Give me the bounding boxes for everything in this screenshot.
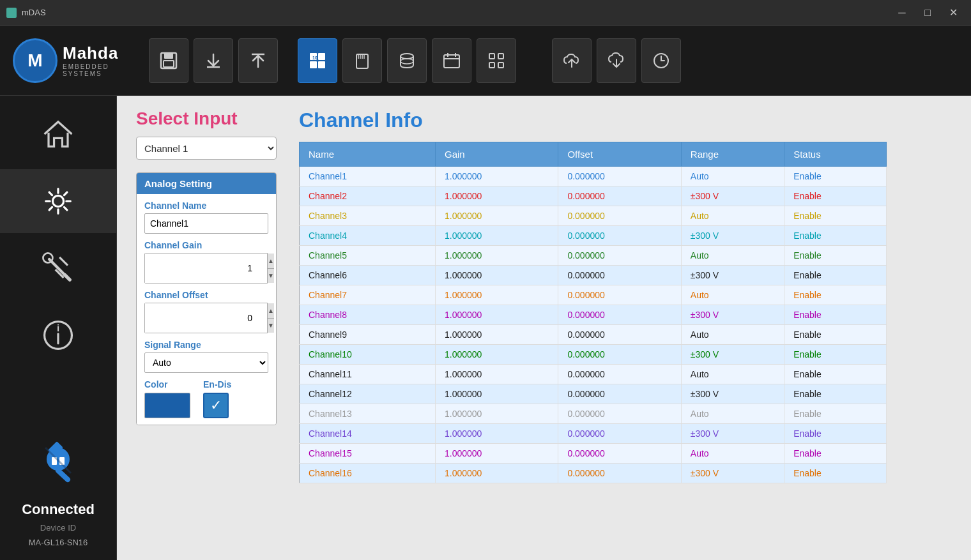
svg-rect-7 [318,53,325,60]
offset-up-button[interactable]: ▲ [268,303,274,319]
table-cell: 0.000000 [558,345,681,365]
table-cell: Channel6 [300,266,436,285]
channel-offset-input[interactable] [145,303,267,333]
sidebar-item-home[interactable] [0,102,116,166]
endis-section: En-Dis ✓ [203,379,231,418]
svg-rect-18 [444,55,459,68]
toolbar-history-button[interactable] [641,38,681,83]
endis-checkbox[interactable]: ✓ [203,393,229,418]
table-row[interactable]: Channel31.0000000.000000AutoEnable [300,206,887,226]
toolbar-download-button[interactable] [194,38,233,83]
table-cell: 0.000000 [558,464,681,483]
toolbar-calendar-button[interactable] [432,38,471,83]
toolbar-cloud-download-button[interactable] [597,38,636,83]
table-cell: Enable [784,345,887,365]
table-cell: 0.000000 [558,246,681,266]
table-row[interactable]: Channel81.0000000.000000±300 VEnable [300,305,887,325]
table-cell: Auto [681,206,784,226]
table-row[interactable]: Channel91.0000000.000000AutoEnable [300,325,887,345]
table-cell: Auto [681,246,784,266]
content-area: Select Input Channel 1Channel 2Channel 3… [117,96,971,560]
connection-area: Connected Device ID MA-GL16-SN16 [15,422,101,560]
logo-area: M Mahda EMBEDDED SYSTEMS [6,32,144,89]
svg-rect-24 [489,63,494,68]
table-row[interactable]: Channel11.0000000.000000AutoEnable [300,167,887,186]
table-cell: ±300 V [681,424,784,444]
table-cell: Auto [681,325,784,345]
table-cell: Enable [784,167,887,186]
svg-rect-8 [310,61,317,68]
table-cell: Channel16 [300,464,436,483]
col-header-range: Range [681,142,784,167]
minimize-button[interactable]: ─ [891,3,914,22]
table-cell: 1.000000 [435,305,558,325]
svg-point-16 [401,54,413,59]
channel-info-title: Channel Info [299,109,952,132]
channel-gain-input[interactable] [145,254,267,283]
table-row[interactable]: Channel41.0000000.000000±300 VEnable [300,226,887,246]
logo-text: Mahda EMBEDDED SYSTEMS [63,43,137,77]
table-cell: ±300 V [681,266,784,285]
gain-down-button[interactable]: ▼ [268,269,274,284]
toolbar-sd-button[interactable] [342,38,382,83]
table-cell: Channel15 [300,444,436,464]
offset-down-button[interactable]: ▼ [268,319,274,333]
table-cell: 0.000000 [558,325,681,345]
sidebar-item-tools[interactable] [0,236,116,300]
table-cell: Channel5 [300,246,436,266]
table-row[interactable]: Channel161.0000000.000000±300 VEnable [300,464,887,483]
table-row[interactable]: Channel121.0000000.000000±300 VEnable [300,384,887,404]
table-row[interactable]: Channel21.0000000.000000±300 VEnable [300,186,887,206]
table-cell: Channel8 [300,305,436,325]
table-cell: 1.000000 [435,464,558,483]
sidebar-item-settings[interactable] [0,169,116,233]
toolbar-db-button[interactable] [387,38,427,83]
left-panel: Select Input Channel 1Channel 2Channel 3… [136,109,286,425]
table-cell: 1.000000 [435,384,558,404]
table-cell: Auto [681,167,784,186]
gain-spinners: ▲ ▼ [267,254,274,283]
app-icon [6,8,17,18]
table-cell: ±300 V [681,226,784,246]
table-cell: Enable [784,325,887,345]
toolbar-cloud-upload-button[interactable] [552,38,592,83]
channel-tbody: Channel11.0000000.000000AutoEnableChanne… [300,167,887,483]
svg-rect-25 [498,63,503,68]
table-cell: 0.000000 [558,285,681,305]
table-row[interactable]: Channel71.0000000.000000AutoEnable [300,285,887,305]
channel-select[interactable]: Channel 1Channel 2Channel 3Channel 4Chan… [136,137,277,160]
close-button[interactable]: ✕ [942,3,965,22]
toolbar-data-button[interactable]: 10 [298,38,337,83]
analog-setting-box: Analog Setting Channel Name Channel Gain… [136,172,277,425]
device-id-value: MA-GL16-SN16 [29,538,88,547]
sidebar-item-info[interactable]: i [0,303,116,367]
channel-name-input[interactable] [144,213,268,234]
table-cell: Auto [681,444,784,464]
table-cell: Enable [784,464,887,483]
svg-rect-23 [498,54,503,59]
table-row[interactable]: Channel131.0000000.000000AutoEnable [300,404,887,424]
color-endis-row: Color En-Dis ✓ [144,379,268,418]
table-cell: 1.000000 [435,266,558,285]
toolbar-upload-button[interactable] [238,38,278,83]
table-cell: Enable [784,365,887,384]
table-cell: Enable [784,206,887,226]
table-row[interactable]: Channel141.0000000.000000±300 VEnable [300,424,887,444]
signal-range-select[interactable]: Auto±300 V±100 V±10 V [144,352,268,373]
table-row[interactable]: Channel111.0000000.000000AutoEnable [300,365,887,384]
color-swatch[interactable] [144,393,190,418]
table-cell: 1.000000 [435,404,558,424]
gain-up-button[interactable]: ▲ [268,254,274,269]
logo-name: Mahda [63,43,137,63]
table-cell: Enable [784,444,887,464]
toolbar-save-button[interactable] [149,38,188,83]
table-row[interactable]: Channel61.0000000.000000±300 VEnable [300,266,887,285]
col-header-offset: Offset [558,142,681,167]
table-row[interactable]: Channel151.0000000.000000AutoEnable [300,444,887,464]
table-row[interactable]: Channel51.0000000.000000AutoEnable [300,246,887,266]
toolbar-network-button[interactable] [477,38,516,83]
maximize-button[interactable]: □ [916,3,939,22]
main-layout: i Connected Device ID MA-GL16-SN16 [0,96,971,560]
svg-text:10: 10 [312,56,317,60]
table-row[interactable]: Channel101.0000000.000000±300 VEnable [300,345,887,365]
